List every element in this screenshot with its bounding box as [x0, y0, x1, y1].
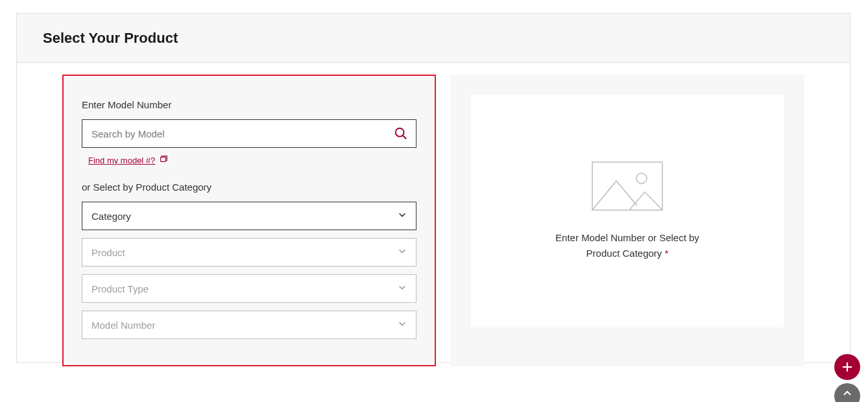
content-area: Enter Model Number Find my model #? — [17, 63, 850, 382]
search-icon — [394, 126, 408, 141]
svg-rect-3 — [592, 162, 662, 210]
popup-icon — [159, 154, 168, 166]
scroll-top-button[interactable] — [834, 383, 860, 402]
model-number-label: Enter Model Number — [82, 99, 416, 110]
image-placeholder-icon — [592, 161, 663, 211]
preview-instruction: Enter Model Number or Select by Product … — [555, 230, 699, 261]
model-number-select-text: Model Number — [91, 320, 155, 331]
category-select-text: Category — [91, 211, 131, 222]
chevron-up-icon — [842, 388, 852, 399]
page-title: Select Your Product — [43, 30, 178, 47]
svg-rect-2 — [161, 157, 166, 161]
svg-line-1 — [403, 136, 406, 139]
header-bar: Select Your Product — [17, 14, 850, 63]
chevron-down-icon — [398, 283, 407, 294]
find-model-link[interactable]: Find my model #? — [88, 156, 155, 165]
add-button[interactable] — [834, 354, 860, 380]
product-preview-panel: Enter Model Number or Select by Product … — [450, 75, 804, 366]
model-search-button[interactable] — [389, 122, 413, 145]
category-select[interactable]: Category — [82, 202, 416, 230]
model-number-select: Model Number — [82, 311, 416, 339]
product-select: Product — [82, 238, 416, 266]
svg-point-0 — [396, 128, 404, 137]
required-asterisk: * — [665, 248, 669, 259]
model-search-wrapper — [82, 119, 416, 148]
chevron-down-icon — [398, 319, 407, 331]
preview-line1: Enter Model Number or Select by — [555, 232, 699, 243]
category-label: or Select by Product Category — [82, 182, 416, 193]
find-model-row: Find my model #? — [82, 154, 416, 166]
model-search-input[interactable] — [82, 119, 416, 148]
product-select-container: Select Your Product Enter Model Number F… — [16, 13, 850, 363]
plus-icon — [841, 361, 853, 373]
product-type-select: Product Type — [82, 274, 416, 303]
preview-line2: Product Category — [586, 248, 662, 259]
product-input-panel: Enter Model Number Find my model #? — [62, 75, 436, 366]
chevron-down-icon — [398, 210, 407, 222]
preview-box: Enter Model Number or Select by Product … — [471, 95, 784, 327]
svg-point-4 — [636, 173, 647, 183]
product-type-select-text: Product Type — [91, 283, 149, 294]
product-select-text: Product — [91, 247, 125, 258]
chevron-down-icon — [398, 246, 407, 258]
